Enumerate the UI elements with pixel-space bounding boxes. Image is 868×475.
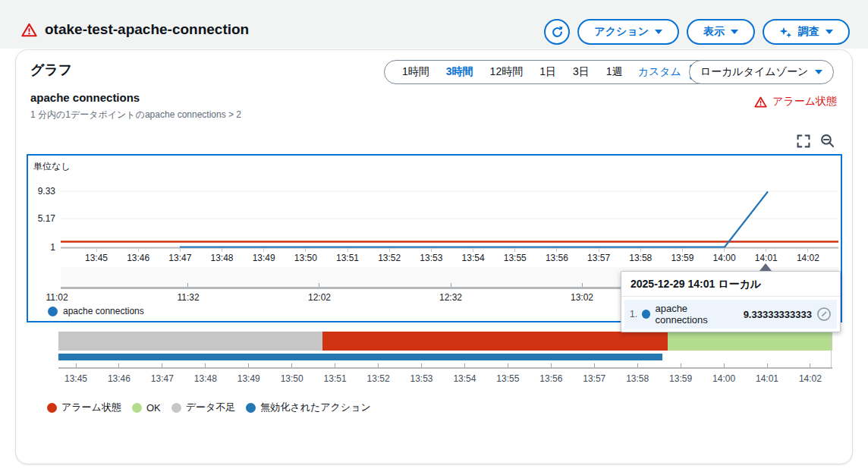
tick-mark <box>187 283 188 287</box>
tick-mark <box>389 248 390 252</box>
timeline-tick: 13:58 <box>621 363 653 384</box>
tick-mark <box>724 248 725 252</box>
tick-mark <box>807 248 808 252</box>
time-range-option[interactable]: 1日 <box>531 65 565 79</box>
tick-mark <box>118 363 119 367</box>
tooltip-series-row: 1. apache connections 9.33333333333 <box>624 300 837 329</box>
time-range-items: 1時間3時間12時間1日3日1週 <box>394 65 631 79</box>
timeline-tick: 13:45 <box>60 363 92 384</box>
tick-mark <box>451 283 451 287</box>
state-legend-label: OK <box>146 402 161 414</box>
x-tick: 13:48 <box>207 248 237 263</box>
expand-icon[interactable] <box>797 134 810 148</box>
timeline-tick: 14:00 <box>708 363 740 384</box>
tick-mark <box>421 363 422 367</box>
tick-mark <box>222 248 222 252</box>
tick-mark <box>180 248 181 252</box>
tick-mark <box>431 248 432 252</box>
tick-mark <box>681 363 681 367</box>
timeline-tick: 13:52 <box>363 363 395 384</box>
tick-mark <box>724 363 725 367</box>
state-legend-item: アラーム状態 <box>47 401 121 414</box>
timeline-tick: 13:50 <box>276 363 308 384</box>
timeline-tick: 13:53 <box>406 363 438 384</box>
action-segment <box>58 354 662 360</box>
chevron-down-icon <box>826 30 833 34</box>
tick-mark <box>291 363 292 367</box>
state-legend-label: 無効化されたアクション <box>260 401 370 414</box>
page-title: otake-test-apache-connection <box>45 21 249 38</box>
zoom-out-icon[interactable] <box>820 134 835 148</box>
state-legend-label: データ不足 <box>186 401 236 414</box>
view-dropdown-button[interactable]: 表示 <box>687 19 755 45</box>
overview-axis-labels: 11:0211:3212:0212:3213:02 <box>38 292 601 303</box>
timeline-tick: 13:57 <box>578 363 610 384</box>
overview-tick: 11:02 <box>38 292 76 303</box>
pin-icon[interactable] <box>816 307 832 322</box>
tooltip-index: 1. <box>630 309 637 319</box>
graph-legend[interactable]: apache connections <box>48 306 144 316</box>
x-tick: 13:46 <box>123 248 153 263</box>
tick-mark <box>582 283 583 287</box>
y-tick: 9.33 <box>31 186 55 197</box>
alarm-state-ribbon <box>58 332 832 351</box>
state-segment <box>668 332 832 351</box>
state-color-swatch <box>171 403 181 413</box>
state-segment <box>58 332 322 351</box>
tick-mark <box>319 283 319 287</box>
time-range-option[interactable]: 3日 <box>565 65 598 79</box>
tick-mark <box>640 248 641 252</box>
tick-mark <box>766 248 766 252</box>
state-color-swatch <box>246 403 256 413</box>
x-tick: 13:57 <box>583 248 614 263</box>
timeline-tick: 14:01 <box>751 363 783 384</box>
actions-dropdown-button[interactable]: アクション <box>577 19 679 45</box>
overview-tick: 12:32 <box>432 292 470 303</box>
sparkle-icon <box>779 26 792 39</box>
view-label: 表示 <box>703 25 725 39</box>
investigate-dropdown-button[interactable]: 調査 <box>763 19 850 45</box>
page-header: otake-test-apache-connection <box>21 21 249 38</box>
timeline-end-marker <box>831 329 832 367</box>
tick-mark <box>378 363 379 367</box>
header-actions: アクション 表示 調査 <box>544 19 850 45</box>
x-tick: 13:55 <box>500 248 530 263</box>
tooltip-value: 9.33333333333 <box>744 309 812 320</box>
tick-mark <box>599 248 599 252</box>
x-tick: 13:45 <box>81 248 112 263</box>
tick-mark <box>508 363 508 367</box>
state-color-swatch <box>47 403 57 413</box>
x-tick: 13:50 <box>291 248 321 263</box>
state-segment <box>322 332 668 351</box>
cloudwatch-alarm-page: otake-test-apache-connection アクション 表示 <box>0 0 868 475</box>
x-tick: 13:51 <box>332 248 363 263</box>
time-range-option[interactable]: 1時間 <box>394 65 438 79</box>
chevron-down-icon <box>655 30 662 34</box>
chart-title: apache connections <box>30 91 140 104</box>
tick-mark <box>138 248 139 252</box>
x-tick: 13:49 <box>249 248 279 263</box>
tick-mark <box>335 363 335 367</box>
time-range-option[interactable]: 3時間 <box>438 65 482 79</box>
chart-condition: 1 分内の1データポイントのapache connections > 2 <box>30 109 241 121</box>
time-range-option[interactable]: 1週 <box>598 65 631 79</box>
x-tick: 13:58 <box>625 248 656 263</box>
time-range-selector: 1時間3時間12時間1日3日1週 カスタム <box>384 60 715 84</box>
x-tick: 13:47 <box>165 248 195 263</box>
x-tick: 13:56 <box>542 248 572 263</box>
y-tick: 5.17 <box>31 213 55 224</box>
tick-mark <box>263 248 264 252</box>
x-tick: 13:59 <box>667 248 697 263</box>
tooltip-series-name: apache connections <box>655 303 738 326</box>
timezone-dropdown[interactable]: ローカルタイムゾーン <box>689 60 834 84</box>
tick-mark <box>348 248 348 252</box>
timeline-tick: 13:48 <box>190 363 222 384</box>
refresh-button[interactable] <box>544 19 570 45</box>
tick-mark <box>556 248 557 252</box>
timeline-tick: 13:47 <box>146 363 178 384</box>
tick-mark <box>637 363 638 367</box>
time-range-option[interactable]: 12時間 <box>482 65 532 79</box>
timezone-label: ローカルタイムゾーン <box>700 65 809 79</box>
custom-range-link[interactable]: カスタム <box>631 65 688 79</box>
tick-mark <box>767 363 768 367</box>
